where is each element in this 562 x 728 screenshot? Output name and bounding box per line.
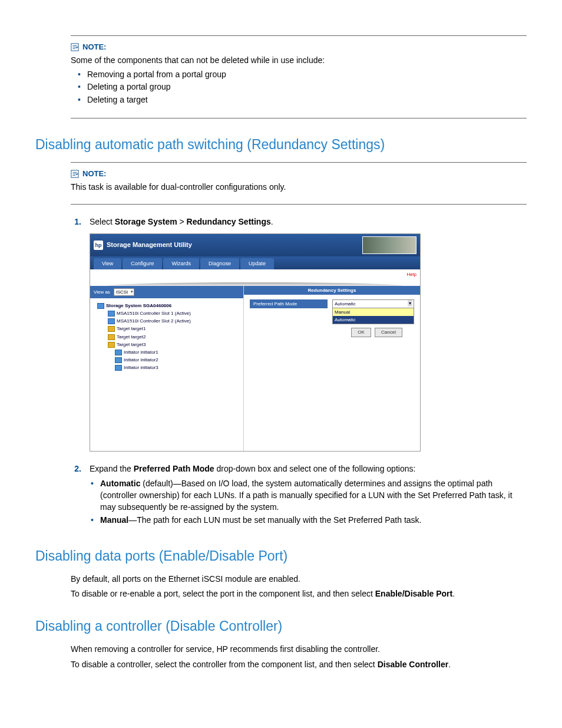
tree-initiator: Initiator initiator2 (92, 356, 241, 364)
view-as-label: View as (94, 289, 110, 295)
note-label: NOTE: (82, 169, 106, 179)
target-icon (108, 326, 115, 332)
step-2: 2. Expand the Preferred Path Mode drop-d… (71, 463, 527, 530)
list-item: Automatic (default)—Based on I/O load, t… (100, 478, 527, 513)
storage-system-icon (97, 303, 104, 309)
ui-path-segment: Redundancy Settings (187, 217, 271, 226)
tree-target: Target target2 (92, 333, 241, 341)
tab-wizards[interactable]: Wizards (163, 258, 199, 269)
note-text: This task is available for dual-controll… (71, 182, 527, 193)
step-text: drop-down box and select one of the foll… (214, 464, 416, 473)
ui-element-name: Disable Controller (378, 660, 449, 669)
hp-logo-icon: hp (94, 241, 103, 250)
step-number: 1. (71, 216, 81, 457)
step-text: . (271, 217, 273, 226)
step-text: Select (90, 217, 115, 226)
list-item: Removing a portal from a portal group (87, 69, 527, 81)
embedded-screenshot: hp Storage Management Utility View Confi… (90, 233, 421, 452)
tab-diagnose[interactable]: Diagnose (200, 258, 239, 269)
initiator-icon (115, 357, 122, 363)
tree-target: Target target1 (92, 325, 241, 332)
note-block-1: NOTE: Some of the components that can no… (71, 35, 527, 118)
header-image (362, 236, 416, 254)
nav-tabs: View Configure Wizards Diagnose Update (90, 256, 420, 269)
initiator-icon (115, 365, 122, 371)
cancel-button[interactable]: Cancel (375, 328, 402, 337)
tab-configure[interactable]: Configure (123, 258, 162, 269)
note-text: Some of the components that can not be d… (71, 55, 527, 67)
tree-initiator: Initiator initiator3 (92, 364, 241, 371)
note-icon (71, 43, 79, 51)
component-tree: Storage System SGA0460006 MSA1510i Contr… (90, 298, 243, 375)
step-text: > (177, 217, 187, 226)
step-number: 2. (71, 463, 81, 530)
tab-view[interactable]: View (94, 258, 121, 269)
target-icon (108, 334, 115, 340)
tree-controller: MSA1510i Controller Slot 2 (Active) (92, 317, 241, 325)
panel-title: Redundancy Settings (244, 286, 420, 295)
tree-root: Storage System SGA0460006 (92, 302, 241, 309)
paragraph: To disable or re-enable a port, select t… (71, 588, 527, 600)
tab-update[interactable]: Update (240, 258, 274, 269)
controller-icon (108, 318, 115, 324)
tree-target: Target target3 (92, 341, 241, 348)
controller-icon (108, 311, 115, 317)
list-item: Deleting a target (87, 94, 527, 106)
ui-path-segment: Storage System (115, 217, 177, 226)
list-item: Deleting a portal group (87, 81, 527, 93)
paragraph: To disable a controller, select the cont… (71, 659, 527, 671)
preferred-path-select[interactable]: Automatic Manual Automatic (332, 299, 414, 325)
note-block-2: NOTE: This task is available for dual-co… (71, 162, 527, 205)
view-as-select[interactable]: iSCSI (114, 288, 134, 296)
note-bullet-list: Removing a portal from a portal group De… (71, 69, 527, 106)
ui-element-name: Enable/Disable Port (375, 589, 452, 598)
select-current[interactable]: Automatic (333, 300, 414, 308)
select-option-manual[interactable]: Manual (333, 308, 414, 316)
app-title: Storage Management Utility (107, 241, 192, 249)
ui-element-name: Preferred Path Mode (134, 464, 214, 473)
tree-controller: MSA1510i Controller Slot 1 (Active) (92, 309, 241, 317)
help-link[interactable]: Help (407, 272, 416, 277)
target-icon (108, 342, 115, 348)
select-option-automatic[interactable]: Automatic (333, 316, 414, 324)
step-1: 1. Select Storage System > Redundancy Se… (71, 216, 527, 457)
section-heading-ports: Disabling data ports (Enable/Disable Por… (35, 546, 527, 565)
ok-button[interactable]: OK (351, 328, 371, 337)
paragraph: By default, all ports on the Ethernet iS… (71, 574, 527, 585)
section-heading-controller: Disabling a controller (Disable Controll… (35, 617, 527, 635)
note-icon (71, 170, 79, 178)
tree-initiator: Initiator initiator1 (92, 348, 241, 356)
note-label: NOTE: (82, 42, 106, 52)
list-item: Manual—The path for each LUN must be set… (100, 515, 527, 526)
initiator-icon (115, 350, 122, 355)
paragraph: When removing a controller for service, … (71, 644, 527, 655)
section-heading-redundancy: Disabling automatic path switching (Redu… (35, 135, 527, 154)
preferred-path-label: Preferred Path Mode (250, 299, 328, 308)
step-text: Expand the (90, 464, 134, 473)
